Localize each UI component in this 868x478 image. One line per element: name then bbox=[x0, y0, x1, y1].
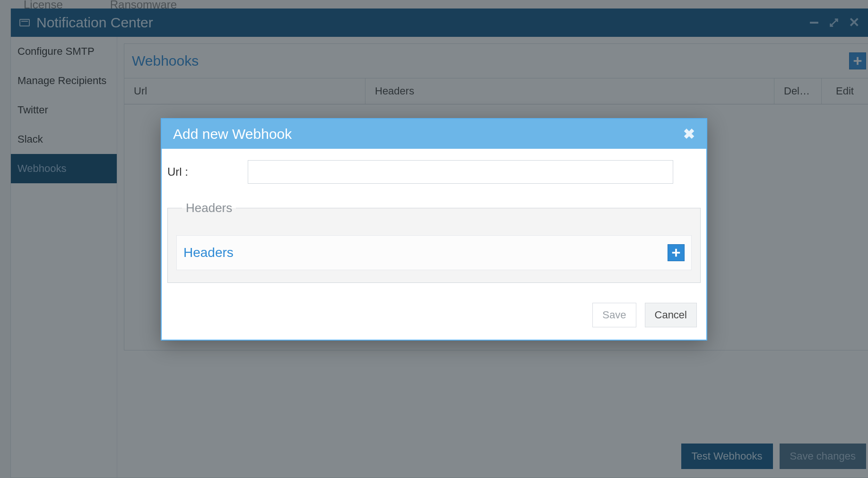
headers-legend: Headers bbox=[182, 201, 236, 215]
add-header-button[interactable] bbox=[668, 244, 685, 261]
modal-overlay: Add new Webhook ✖ Url : Headers Headers bbox=[0, 0, 868, 478]
dialog-cancel-button[interactable]: Cancel bbox=[645, 303, 697, 327]
url-input[interactable] bbox=[248, 160, 673, 184]
dialog-close-button[interactable]: ✖ bbox=[683, 126, 695, 142]
url-label: Url : bbox=[167, 165, 243, 179]
headers-panel: Headers bbox=[176, 235, 692, 270]
dialog-footer: Save Cancel bbox=[162, 292, 706, 340]
dialog-title: Add new Webhook bbox=[173, 126, 292, 142]
headers-fieldset: Headers Headers bbox=[167, 201, 701, 283]
plus-icon bbox=[671, 248, 681, 258]
add-webhook-dialog: Add new Webhook ✖ Url : Headers Headers bbox=[161, 118, 707, 341]
headers-title: Headers bbox=[183, 245, 234, 260]
dialog-header: Add new Webhook ✖ bbox=[162, 119, 706, 149]
dialog-save-button[interactable]: Save bbox=[592, 303, 636, 327]
